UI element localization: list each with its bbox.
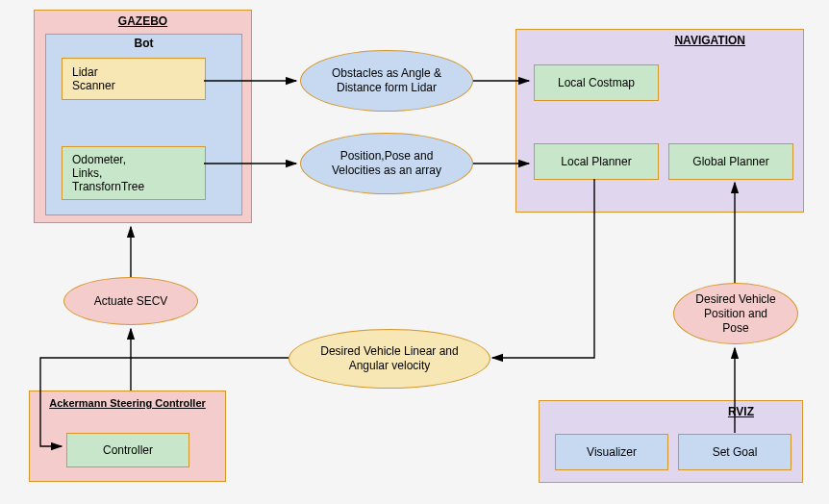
odometer-node: Odometer, Links, TransfornTree [62,146,206,200]
diagram-canvas: GAZEBO Bot Lidar Scanner Odometer, Links… [0,0,829,504]
local-planner-node: Local Planner [534,143,659,180]
position-ellipse: Position,Pose and Velocities as an array [300,133,473,194]
desired-vel-ellipse: Desired Vehicle Linear and Angular veloc… [289,329,490,389]
set-goal-node: Set Goal [678,434,791,470]
gazebo-title: GAZEBO [35,11,251,32]
bot-group: Bot Lidar Scanner Odometer, Links, Trans… [45,34,242,215]
bot-title: Bot [46,35,241,52]
controller-node: Controller [66,433,189,467]
rviz-group: RVIZ Visualizer Set Goal [539,400,803,483]
local-costmap-node: Local Costmap [534,64,659,101]
navigation-title: NAVIGATION [516,30,803,51]
rviz-title: RVIZ [540,401,802,422]
obstacles-ellipse: Obstacles as Angle & Distance form Lidar [300,50,473,112]
global-planner-node: Global Planner [668,143,793,180]
visualizer-node: Visualizer [555,434,668,470]
desired-pose-ellipse: Desired Vehicle Position and Pose [673,283,798,344]
actuate-ellipse: Actuate SECV [63,277,198,325]
lidar-node: Lidar Scanner [62,58,206,100]
gazebo-group: GAZEBO Bot Lidar Scanner Odometer, Links… [34,10,252,223]
ackermann-title: Ackermann Steering Controller [30,391,225,413]
ackermann-group: Ackermann Steering Controller Controller [29,391,226,482]
navigation-group: NAVIGATION Local Costmap Local Planner G… [515,29,804,213]
